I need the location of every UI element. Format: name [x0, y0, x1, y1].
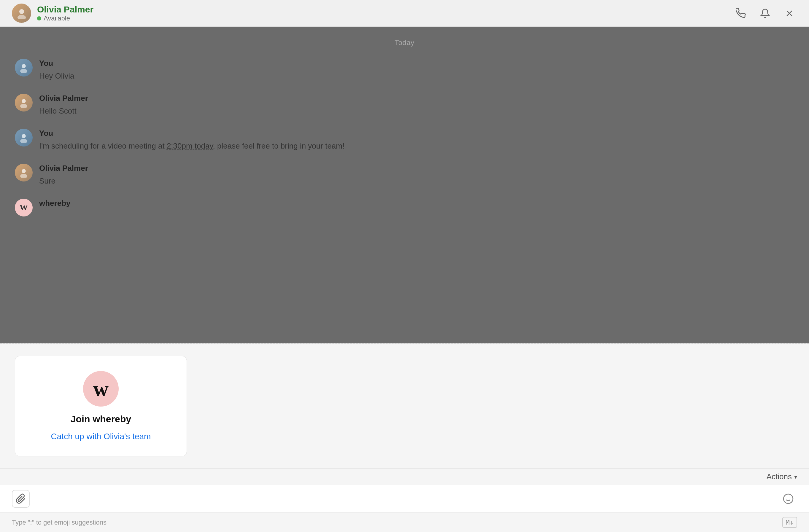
avatar-olivia	[15, 164, 33, 181]
header-actions	[733, 6, 797, 21]
message-content: Olivia Palmer Sure	[39, 164, 794, 187]
actions-label: Actions	[767, 472, 792, 481]
markdown-icon: M↓	[782, 517, 797, 528]
svg-point-0	[19, 9, 24, 14]
svg-point-10	[22, 169, 26, 173]
attach-button[interactable]	[12, 490, 30, 508]
avatar	[12, 3, 31, 23]
message-group: Olivia Palmer Sure	[15, 164, 794, 187]
whereby-w-letter: w	[93, 378, 108, 400]
close-button[interactable]	[782, 6, 797, 21]
svg-point-9	[20, 139, 27, 143]
call-button[interactable]	[733, 6, 748, 21]
status-text: Available	[44, 15, 70, 22]
message-group: You Hey Olivia	[15, 59, 794, 82]
message-content: You Hey Olivia	[39, 59, 794, 82]
message-sender: You	[39, 129, 794, 138]
input-area	[0, 485, 809, 513]
svg-point-11	[20, 174, 27, 178]
avatar-whereby: W	[15, 199, 33, 216]
contact-status: Available	[37, 15, 93, 22]
chat-messages: Today You Hey Olivia	[0, 27, 809, 343]
svg-point-8	[22, 134, 26, 138]
whereby-card: w Join whereby Catch up with Olivia's te…	[15, 356, 187, 456]
notifications-button[interactable]	[757, 6, 773, 21]
status-dot	[37, 16, 41, 20]
whereby-logo: w	[83, 371, 119, 407]
meeting-time: 2:30pm today	[167, 141, 213, 150]
chevron-down-icon: ▾	[794, 473, 797, 480]
header-left: Olivia Palmer Available	[12, 3, 93, 23]
message-group: Olivia Palmer Hello Scott	[15, 94, 794, 117]
chat-footer: Type ":" to get emoji suggestions M↓	[0, 513, 809, 532]
whereby-join-link[interactable]: Catch up with Olivia's team	[51, 432, 151, 441]
message-text: Hey Olivia	[39, 70, 794, 82]
header-info: Olivia Palmer Available	[37, 4, 93, 22]
svg-point-5	[20, 69, 27, 73]
message-sender: whereby	[39, 199, 794, 208]
contact-name: Olivia Palmer	[37, 4, 93, 15]
message-group: You I'm scheduling for a video meeting a…	[15, 129, 794, 152]
whereby-area: w Join whereby Catch up with Olivia's te…	[0, 343, 809, 468]
message-text: Hello Scott	[39, 105, 794, 117]
avatar-you	[15, 129, 33, 146]
svg-point-4	[22, 64, 26, 68]
avatar-you	[15, 59, 33, 76]
message-sender: Olivia Palmer	[39, 164, 794, 173]
actions-button[interactable]: Actions ▾	[767, 472, 797, 481]
message-group: W whereby	[15, 199, 794, 216]
chat-bottom: Actions ▾ Type ":" to get emoji	[0, 468, 809, 532]
message-content: Olivia Palmer Hello Scott	[39, 94, 794, 117]
message-content: whereby	[39, 199, 794, 208]
message-content: You I'm scheduling for a video meeting a…	[39, 129, 794, 152]
whereby-title: Join whereby	[71, 414, 132, 425]
message-sender: You	[39, 59, 794, 68]
message-text: Sure	[39, 175, 794, 187]
svg-point-1	[17, 15, 26, 19]
emoji-hint: Type ":" to get emoji suggestions	[12, 519, 106, 526]
avatar-olivia	[15, 94, 33, 111]
chat-container: Olivia Palmer Available	[0, 0, 809, 532]
date-divider: Today	[15, 38, 794, 47]
actions-bar: Actions ▾	[0, 468, 809, 485]
message-input[interactable]	[36, 490, 773, 508]
message-sender: Olivia Palmer	[39, 94, 794, 103]
chat-header: Olivia Palmer Available	[0, 0, 809, 27]
avatar-image	[12, 3, 31, 23]
emoji-button[interactable]	[779, 490, 797, 508]
svg-point-7	[20, 104, 27, 108]
message-text: I'm scheduling for a video meeting at 2:…	[39, 140, 794, 152]
svg-point-6	[22, 99, 26, 103]
svg-point-12	[784, 494, 793, 503]
